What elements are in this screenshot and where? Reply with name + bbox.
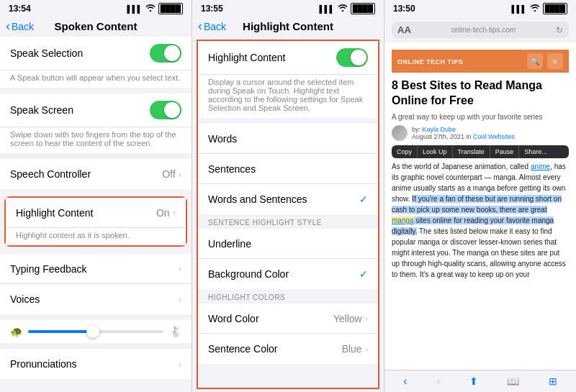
highlight-colors-header: HIGHLIGHT COLORS [198,289,378,304]
speak-screen-label: Speak Screen [10,104,73,116]
sentences-label: Sentences [208,163,256,175]
typing-feedback-label: Typing Feedback [10,263,87,275]
words-sentences-label: Words and Sentences [208,193,307,205]
wifi-icon [145,4,156,13]
voices-label: Voices [10,293,40,305]
tabs-icon[interactable]: ⊞ [549,375,557,387]
forward-nav-icon[interactable]: › [436,375,440,388]
wifi-icon-2 [338,4,348,13]
status-icons-1: ▌▌▌ ████ [127,3,183,14]
highlight-toggle-label: Highlight Content [208,52,285,63]
sentence-color-item[interactable]: Sentence Color Blue › [198,334,378,364]
time-2: 13:55 [201,4,223,14]
article-subtitle: A great way to keep up with your favorit… [392,113,569,121]
pronunciations-item[interactable]: Pronunciations › [0,349,192,379]
voices-item[interactable]: Voices › [0,284,192,314]
browser-bottom-bar: ‹ › ⬆ 📖 ⊞ [384,370,576,392]
page-title-2: Highlight Content [243,20,333,32]
speak-selection-label: Speak Selection [10,47,83,59]
highlight-content-item[interactable]: Highlight Content On › [6,198,186,228]
translate-btn[interactable]: Translate [453,145,490,158]
typing-feedback-item[interactable]: Typing Feedback › [0,254,192,284]
pronunciations-chevron: › [179,359,181,370]
menu-icon-btn[interactable]: ≡ [547,53,563,69]
url-text: online-tech-tips.com [415,26,552,34]
background-color-item[interactable]: Background Color ✓ [198,259,378,289]
speak-selection-sub: A Speak button will appear when you sele… [0,70,192,88]
body-text-3: The sites listed below make it easy to f… [392,227,566,278]
battery-icon-2: ████ [351,3,375,14]
anime-link[interactable]: anime [531,163,550,170]
article-body: As the world of Japanese animation, call… [392,161,569,280]
highlight-content-panel-box: Highlight Content Display a cursor aroun… [197,40,379,389]
highlight-toggle[interactable] [336,48,368,67]
status-bar-1: 13:54 ▌▌▌ ████ [0,0,192,17]
share-nav-icon[interactable]: ⬆ [469,375,478,387]
context-menu: Copy Look Up Translate Pause Share... [392,145,569,158]
speak-screen-group: Speak Screen Swipe down with two fingers… [0,94,192,153]
back-label-2: Back [204,21,226,32]
speech-controller-group: Speech Controller Off › [0,159,192,189]
site-header: ONLINE TECH TIPS 🔍 ≡ [392,50,569,73]
underline-item[interactable]: Underline [198,229,378,259]
aa-text[interactable]: AA [397,24,411,35]
search-icon-btn[interactable]: 🔍 [527,53,543,69]
copy-btn[interactable]: Copy [392,145,418,158]
bookmarks-icon[interactable]: 📖 [507,375,519,387]
speak-screen-sub: Swipe down with two fingers from the top… [0,127,192,153]
look-up-btn[interactable]: Look Up [418,145,453,158]
pause-btn[interactable]: Pause [490,145,520,158]
speech-controller-item[interactable]: Speech Controller Off › [0,159,192,189]
highlight-content-sub: Highlight content as it is spoken. [6,228,186,245]
content-1: Speak Selection A Speak button will appe… [0,37,192,392]
share-btn[interactable]: Share... [519,145,552,158]
sentences-item[interactable]: Sentences [198,154,378,184]
rate-slider[interactable] [28,330,163,333]
page-title-1: Spoken Content [55,20,138,32]
speaking-rate-group: 🐢 🐇 [0,320,192,343]
status-bar-2: 13:55 ▌▌▌ ████ [192,0,384,17]
menu-icon: ≡ [553,58,557,65]
back-button-2[interactable]: ‹ Back [198,19,226,34]
browser-toolbar: AA online-tech-tips.com ↻ [384,17,576,42]
speak-screen-toggle[interactable] [150,101,181,119]
pronunciations-group: Pronunciations › [0,349,192,379]
back-button-1[interactable]: ‹ Back [6,19,34,34]
highlight-toggle-sub: Display a cursor around the selected ite… [198,75,378,118]
words-item[interactable]: Words [198,124,378,154]
panel-browser: 13:50 ▌▌▌ ████ AA online-tech-tips.com ↻… [384,0,576,392]
author-link[interactable]: Kayla Dube [423,126,456,133]
words-sentences-check: ✓ [359,193,368,205]
back-label-1: Back [12,21,34,32]
back-arrow-icon-2: ‹ [198,19,202,34]
article-author: by: Kayla Dube August 27th, 2021 in Cool… [392,125,569,141]
category-link[interactable]: Cool Websites [473,133,515,140]
speech-controller-label: Speech Controller [10,168,91,180]
sentence-style-header: SENTENCE HIGHLIGHT STYLE [198,214,378,229]
signal-icon-2: ▌▌▌ [319,5,334,13]
words-label: Words [208,133,237,145]
highlight-content-group[interactable]: Highlight Content On › Highlight content… [4,196,187,247]
url-bar[interactable]: AA online-tech-tips.com ↻ [392,22,569,38]
turtle-icon: 🐢 [10,326,22,337]
signal-icon-3: ▌▌▌ [511,5,526,13]
back-nav-icon[interactable]: ‹ [403,375,407,388]
speak-selection-group: Speak Selection A Speak button will appe… [0,37,192,88]
speak-selection-toggle[interactable] [150,44,181,63]
highlight-colors-group: Word Color Yellow › Sentence Color Blue … [198,304,378,364]
header-icons: 🔍 ≡ [527,53,563,69]
battery-icon-3: ████ [543,3,567,14]
highlight-content-chevron: › [173,207,176,218]
word-color-chevron: › [365,313,368,324]
highlighted-text: If you're a fan of these but are running… [392,195,562,214]
word-color-item[interactable]: Word Color Yellow › [198,304,378,334]
highlight-content-label: Highlight Content [16,207,93,219]
typing-feedback-chevron: › [179,263,181,274]
search-icon: 🔍 [531,58,539,65]
words-sentences-item[interactable]: Words and Sentences ✓ [198,184,378,214]
time-1: 13:54 [9,4,31,14]
panel-highlight-content: 13:55 ▌▌▌ ████ ‹ Back Highlight Content … [192,0,384,392]
refresh-icon[interactable]: ↻ [556,25,563,35]
manga-link[interactable]: manga [392,216,414,224]
body-text-1: As the world of Japanese animation, call… [392,163,531,170]
